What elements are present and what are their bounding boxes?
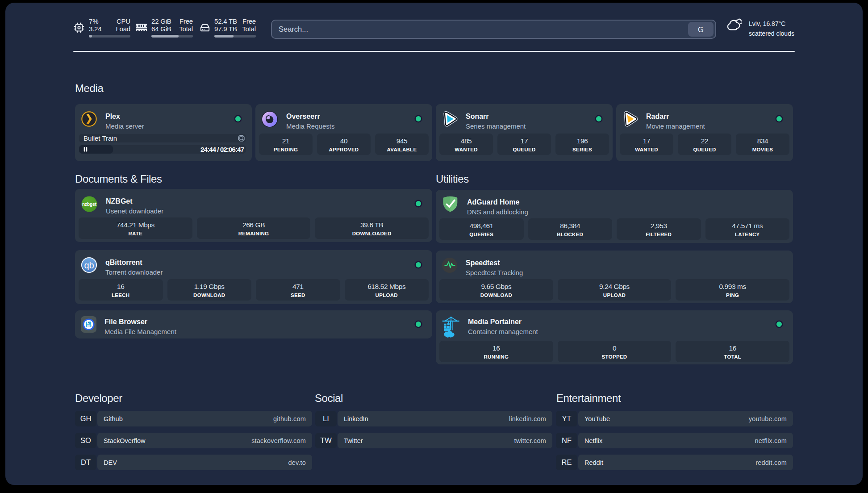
svg-text:qb: qb xyxy=(84,260,94,270)
svg-text:nzbget: nzbget xyxy=(82,202,97,207)
